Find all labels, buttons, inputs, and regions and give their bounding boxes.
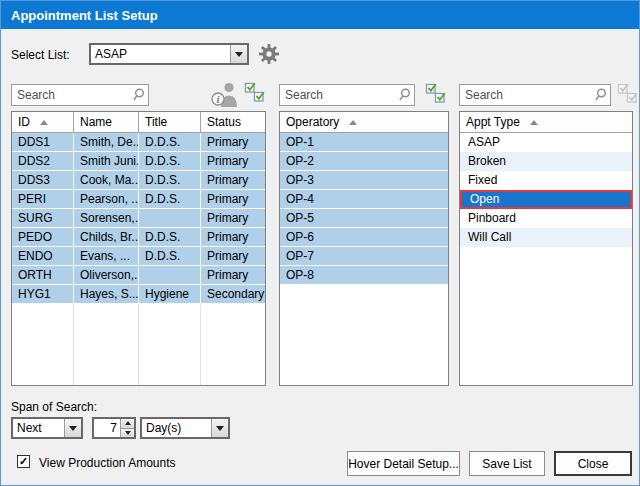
cell-status: Primary — [201, 152, 265, 170]
provider-table-header: ID Name Title Status — [12, 112, 265, 133]
operatory-item[interactable]: OP-6 — [280, 228, 448, 247]
cell-name: Oliverson,... — [74, 266, 139, 284]
operatory-item[interactable]: OP-5 — [280, 209, 448, 228]
provider-table-empty-area — [12, 304, 265, 385]
appt-type-list-body: ASAPBrokenFixedOpenPinboardWill Call — [460, 133, 632, 247]
provider-table-row[interactable]: DDS2 Smith Juni... D.D.S. Primary — [12, 152, 265, 171]
cell-id: PERI — [12, 190, 74, 208]
provider-select-all-icon[interactable] — [244, 81, 267, 104]
provider-table-row[interactable]: PERI Pearson, ... D.D.S. Primary — [12, 190, 265, 209]
span-number-spinner[interactable]: 7 — [92, 417, 136, 439]
appt-type-item[interactable]: Will Call — [460, 228, 632, 247]
provider-search-input[interactable] — [11, 84, 149, 106]
provider-search — [11, 84, 149, 106]
appt-type-item[interactable]: ASAP — [460, 133, 632, 152]
sort-asc-icon — [349, 120, 357, 125]
provider-table: ID Name Title Status DDS1 Smith, De... D… — [11, 111, 266, 386]
appt-type-search — [459, 84, 611, 106]
cell-title: D.D.S. — [139, 152, 201, 170]
cell-id: PEDO — [12, 228, 74, 246]
cell-id: DDS2 — [12, 152, 74, 170]
provider-table-body: DDS1 Smith, De... D.D.S. Primary DDS2 Sm… — [12, 133, 265, 304]
span-direction-dropdown-button[interactable] — [64, 419, 81, 437]
cell-status: Primary — [201, 228, 265, 246]
span-number-value: 7 — [94, 419, 120, 437]
operatory-select-all-icon[interactable] — [425, 82, 448, 105]
appt-type-search-input[interactable] — [459, 84, 611, 106]
appointment-list-setup-dialog: Appointment List Setup Select List: ASAP — [0, 0, 640, 486]
select-list-dropdown-button[interactable] — [230, 45, 247, 63]
cell-status: Primary — [201, 171, 265, 189]
window-title: Appointment List Setup — [11, 8, 158, 23]
cell-title: Hygiene — [139, 285, 201, 303]
appt-type-list-header: Appt Type — [460, 112, 632, 133]
cell-name: Smith Juni... — [74, 152, 139, 170]
column-header-title[interactable]: Title — [139, 112, 201, 132]
column-header-name[interactable]: Name — [74, 112, 139, 132]
provider-table-row[interactable]: DDS1 Smith, De... D.D.S. Primary — [12, 133, 265, 152]
column-header-status[interactable]: Status — [201, 112, 265, 132]
span-unit-select[interactable]: Day(s) — [140, 417, 230, 439]
span-unit-dropdown-button[interactable] — [211, 419, 228, 437]
cell-title: D.D.S. — [139, 171, 201, 189]
triangle-up-icon — [125, 421, 131, 425]
appt-type-item[interactable]: Broken — [460, 152, 632, 171]
column-header-appt-type[interactable]: Appt Type — [460, 112, 632, 132]
provider-table-row[interactable]: PEDO Childs, Br... D.D.S. Primary — [12, 228, 265, 247]
appt-type-item[interactable]: Pinboard — [460, 209, 632, 228]
cell-id: DDS3 — [12, 171, 74, 189]
chevron-down-icon — [69, 426, 77, 431]
cell-status: Primary — [201, 190, 265, 208]
operatory-item[interactable]: OP-3 — [280, 171, 448, 190]
provider-table-row[interactable]: ENDO Evans, ... D.D.S. Primary — [12, 247, 265, 266]
column-header-id[interactable]: ID — [12, 112, 74, 132]
sort-asc-icon — [40, 120, 48, 125]
provider-table-row[interactable]: SURG Sorensen,... Primary — [12, 209, 265, 228]
span-direction-select[interactable]: Next — [11, 417, 83, 439]
cell-name: Pearson, ... — [74, 190, 139, 208]
chevron-down-icon — [216, 426, 224, 431]
select-list-label: Select List: — [11, 48, 70, 62]
svg-text:i: i — [217, 95, 220, 105]
appt-type-item[interactable]: Fixed — [460, 171, 632, 190]
cell-id: DDS1 — [12, 133, 74, 151]
operatory-search-input[interactable] — [279, 84, 415, 106]
window-titlebar: Appointment List Setup — [1, 1, 639, 29]
operatory-list-body: OP-1OP-2OP-3OP-4OP-5OP-6OP-7OP-8 — [280, 133, 448, 285]
cell-title: D.D.S. — [139, 133, 201, 151]
view-production-checkbox[interactable]: ✓ — [17, 455, 30, 468]
close-button[interactable]: Close — [554, 451, 632, 476]
spin-up-button[interactable] — [121, 419, 134, 429]
cell-status: Secondary — [201, 285, 265, 303]
provider-table-row[interactable]: DDS3 Cook, Ma... D.D.S. Primary — [12, 171, 265, 190]
operatory-item[interactable]: OP-1 — [280, 133, 448, 152]
cell-name: Sorensen,... — [74, 209, 139, 227]
settings-gear-icon[interactable] — [258, 43, 280, 65]
select-list-combo[interactable]: ASAP — [89, 43, 249, 65]
cell-name: Hayes, S... — [74, 285, 139, 303]
operatory-item[interactable]: OP-4 — [280, 190, 448, 209]
select-list-value: ASAP — [91, 45, 230, 63]
appt-type-item[interactable]: Open — [460, 190, 632, 209]
cell-status: Primary — [201, 133, 265, 151]
operatory-item[interactable]: OP-8 — [280, 266, 448, 285]
provider-table-row[interactable]: ORTH Oliverson,... Primary — [12, 266, 265, 285]
operatory-list-header: Operatory — [280, 112, 448, 133]
operatory-item[interactable]: OP-7 — [280, 247, 448, 266]
chevron-down-icon — [235, 52, 243, 57]
column-header-operatory[interactable]: Operatory — [280, 112, 448, 132]
save-list-button[interactable]: Save List — [469, 451, 545, 476]
cell-title: D.D.S. — [139, 190, 201, 208]
spin-down-button[interactable] — [121, 429, 134, 438]
span-of-search-label: Span of Search: — [11, 400, 97, 414]
cell-name: Evans, ... — [74, 247, 139, 265]
operatory-item[interactable]: OP-2 — [280, 152, 448, 171]
cell-id: SURG — [12, 209, 74, 227]
hover-detail-setup-button[interactable]: Hover Detail Setup... — [347, 451, 460, 476]
cell-name: Childs, Br... — [74, 228, 139, 246]
cell-title — [139, 209, 201, 227]
cell-id: ENDO — [12, 247, 74, 265]
provider-info-icon[interactable]: i — [210, 81, 241, 108]
sort-asc-icon — [530, 120, 538, 125]
provider-table-row[interactable]: HYG1 Hayes, S... Hygiene Secondary — [12, 285, 265, 304]
